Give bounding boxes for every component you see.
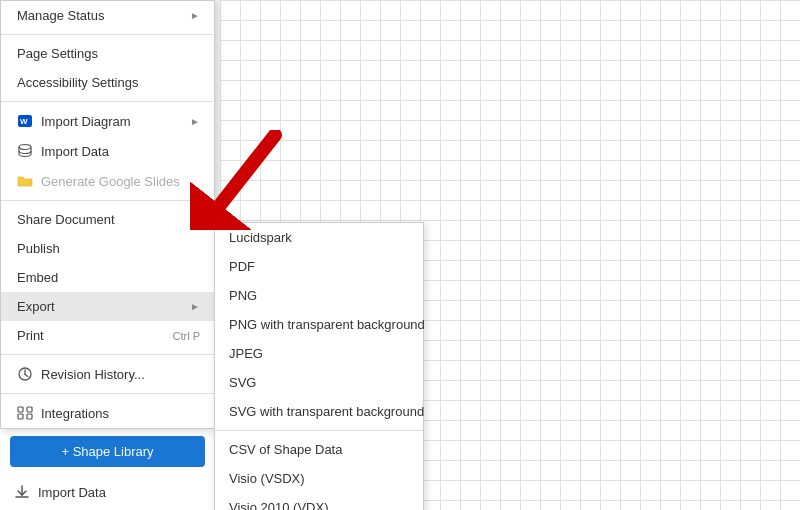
menu-item-revision-history[interactable]: Revision History... <box>1 359 214 389</box>
lucidspark-label: Lucidspark <box>229 230 292 245</box>
submenu-item-png-transparent[interactable]: PNG with transparent background <box>215 310 423 339</box>
integrations-icon <box>17 405 33 421</box>
export-separator <box>215 430 423 431</box>
submenu-item-visio-vsdx[interactable]: Visio (VSDX) <box>215 464 423 493</box>
menu-item-integrations[interactable]: Integrations <box>1 398 214 428</box>
shape-library-label: + Shape Library <box>61 444 153 459</box>
import-data-bottom-button[interactable]: Import Data <box>0 475 215 510</box>
jpeg-label: JPEG <box>229 346 263 361</box>
database-icon <box>17 143 33 159</box>
chevron-right-icon: ► <box>190 301 200 312</box>
page-settings-label: Page Settings <box>17 46 98 61</box>
svg-text:W: W <box>20 117 28 126</box>
svg-point-2 <box>19 145 31 150</box>
revision-history-label: Revision History... <box>41 367 145 382</box>
import-data-bottom-icon <box>14 483 30 502</box>
separator-4 <box>1 354 214 355</box>
submenu-item-svg-transparent[interactable]: SVG with transparent background <box>215 397 423 426</box>
menu-item-embed[interactable]: Embed <box>1 263 214 292</box>
pdf-label: PDF <box>229 259 255 274</box>
import-data-bottom-label: Import Data <box>38 485 106 500</box>
export-label: Export <box>17 299 55 314</box>
submenu-item-visio-2010[interactable]: Visio 2010 (VDX) <box>215 493 423 510</box>
menu-item-export[interactable]: Export ► <box>1 292 214 321</box>
separator-1 <box>1 34 214 35</box>
png-label: PNG <box>229 288 257 303</box>
chevron-right-icon: ► <box>190 10 200 21</box>
svg-rect-6 <box>18 407 23 412</box>
csv-shape-data-label: CSV of Shape Data <box>229 442 342 457</box>
menu-item-share-document[interactable]: Share Document <box>1 205 214 234</box>
submenu-item-jpeg[interactable]: JPEG <box>215 339 423 368</box>
import-data-label: Import Data <box>41 144 109 159</box>
shape-library-button[interactable]: + Shape Library <box>10 436 205 467</box>
menu-item-publish[interactable]: Publish <box>1 234 214 263</box>
print-shortcut: Ctrl P <box>173 330 201 342</box>
menu-item-page-settings[interactable]: Page Settings <box>1 39 214 68</box>
submenu-item-lucidspark[interactable]: Lucidspark <box>215 223 423 252</box>
export-submenu: Lucidspark PDF PNG PNG with transparent … <box>214 222 424 510</box>
import-diagram-label: Import Diagram <box>41 114 131 129</box>
visio-vsdx-label: Visio (VSDX) <box>229 471 305 486</box>
separator-2 <box>1 101 214 102</box>
svg-line-5 <box>25 375 28 377</box>
svg-transparent-label: SVG with transparent background <box>229 404 424 419</box>
menu-item-print[interactable]: Print Ctrl P <box>1 321 214 350</box>
svg-rect-7 <box>27 407 32 412</box>
accessibility-settings-label: Accessibility Settings <box>17 75 138 90</box>
manage-status-label: Manage Status <box>17 8 104 23</box>
menu-item-generate-google-slides: Generate Google Slides <box>1 166 214 196</box>
menu-item-manage-status[interactable]: Manage Status ► <box>1 1 214 30</box>
visio-2010-label: Visio 2010 (VDX) <box>229 500 328 510</box>
submenu-item-csv-shape-data[interactable]: CSV of Shape Data <box>215 435 423 464</box>
integrations-label: Integrations <box>41 406 109 421</box>
png-transparent-label: PNG with transparent background <box>229 317 425 332</box>
share-document-label: Share Document <box>17 212 115 227</box>
lucid-icon: W <box>17 113 33 129</box>
folder-icon <box>17 173 33 189</box>
menu-item-import-diagram[interactable]: W Import Diagram ► <box>1 106 214 136</box>
separator-5 <box>1 393 214 394</box>
generate-google-slides-label: Generate Google Slides <box>41 174 180 189</box>
separator-3 <box>1 200 214 201</box>
submenu-item-svg[interactable]: SVG <box>215 368 423 397</box>
chevron-right-icon: ► <box>190 116 200 127</box>
submenu-item-png[interactable]: PNG <box>215 281 423 310</box>
publish-label: Publish <box>17 241 60 256</box>
submenu-item-pdf[interactable]: PDF <box>215 252 423 281</box>
menu-item-accessibility-settings[interactable]: Accessibility Settings <box>1 68 214 97</box>
primary-context-menu: Manage Status ► Page Settings Accessibil… <box>0 0 215 429</box>
print-label: Print <box>17 328 44 343</box>
clock-icon <box>17 366 33 382</box>
menu-item-import-data[interactable]: Import Data <box>1 136 214 166</box>
svg-rect-9 <box>27 414 32 419</box>
embed-label: Embed <box>17 270 58 285</box>
svg-rect-8 <box>18 414 23 419</box>
svg-label: SVG <box>229 375 256 390</box>
